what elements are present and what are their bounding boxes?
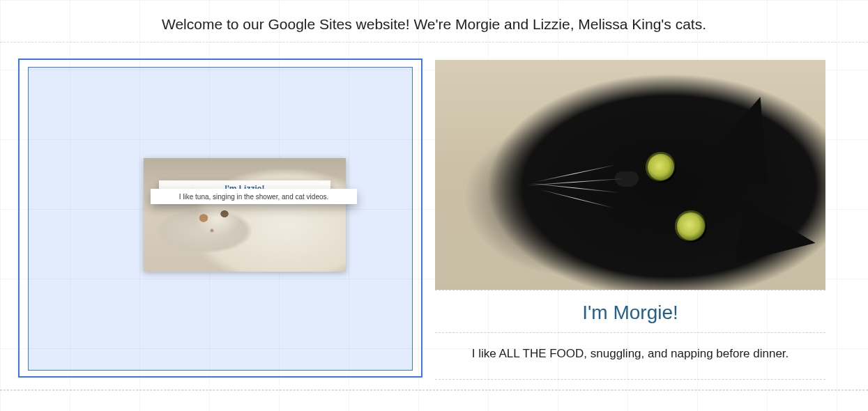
lizzie-subtitle-text: I like tuna, singing in the shower, and … [179, 193, 329, 201]
cat-ear-icon [735, 201, 819, 274]
morgie-block[interactable]: I'm Morgie! I like ALL THE FOOD, snuggli… [435, 60, 825, 380]
editor-canvas[interactable]: Welcome to our Google Sites website! We'… [0, 0, 868, 411]
morgie-subtitle-row[interactable]: I like ALL THE FOOD, snuggling, and napp… [435, 332, 825, 380]
lizzie-image[interactable] [144, 158, 346, 272]
cat-whiskers-icon [561, 144, 672, 241]
cat-nose-icon [615, 171, 639, 187]
lizzie-block[interactable]: I'm Lizzie! I like tuna, singing in the … [144, 158, 346, 277]
guide-line [0, 389, 868, 390]
guide-line [0, 390, 868, 391]
guide-line [0, 42, 868, 42]
morgie-title-text: I'm Morgie! [582, 302, 678, 323]
morgie-image[interactable] [435, 60, 825, 290]
morgie-subtitle-text: I like ALL THE FOOD, snuggling, and napp… [472, 347, 789, 360]
morgie-title-row[interactable]: I'm Morgie! [435, 290, 825, 332]
lizzie-subtitle-card[interactable]: I like tuna, singing in the shower, and … [151, 189, 357, 204]
intro-text[interactable]: Welcome to our Google Sites website! We'… [0, 16, 868, 33]
cat-ear-icon [701, 86, 793, 187]
